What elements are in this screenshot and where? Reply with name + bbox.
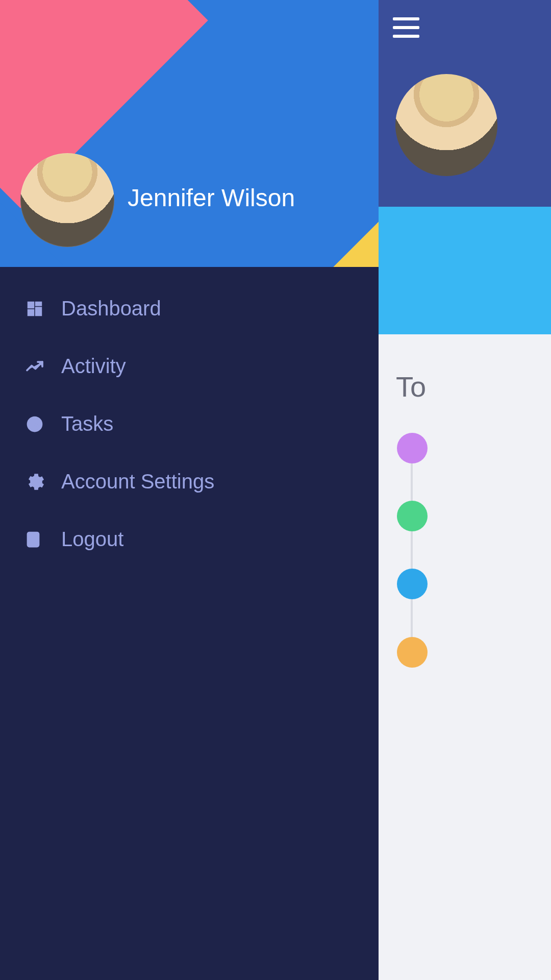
hamburger-bar (393, 17, 419, 20)
timeline-dot[interactable] (397, 569, 428, 599)
hamburger-bar (393, 35, 419, 38)
avatar[interactable] (395, 74, 497, 176)
logout-icon (26, 530, 44, 549)
activity-icon (26, 357, 44, 376)
main-header (378, 0, 551, 207)
timeline-dot[interactable] (397, 433, 428, 463)
menu-item-label: Tasks (61, 412, 113, 435)
menu-item-label: Account Settings (61, 470, 214, 493)
user-name: Jennifer Wilson (128, 184, 295, 212)
menu-item-account-settings[interactable]: Account Settings (0, 453, 379, 510)
timeline-line (411, 448, 413, 668)
menu-item-logout[interactable]: Logout (0, 510, 379, 568)
hamburger-bar (393, 26, 419, 29)
dashboard-icon (26, 300, 44, 318)
menu-item-label: Logout (61, 528, 123, 551)
menu-item-activity[interactable]: Activity (0, 337, 379, 395)
menu-item-tasks[interactable]: Tasks (0, 395, 379, 453)
menu-item-dashboard[interactable]: Dashboard (0, 280, 379, 337)
main-tabs (378, 207, 551, 334)
menu-toggle-button[interactable] (393, 17, 419, 38)
clock-icon (26, 415, 44, 433)
avatar[interactable] (20, 153, 114, 247)
gear-icon (26, 473, 44, 491)
main-screen: To (378, 0, 551, 980)
drawer-menu: Dashboard Activity Tasks Account Setting… (0, 280, 379, 568)
drawer-header: Jennifer Wilson (0, 0, 379, 267)
menu-item-label: Dashboard (61, 297, 161, 320)
menu-item-label: Activity (61, 355, 126, 378)
timeline-dot[interactable] (397, 501, 428, 531)
navigation-drawer: Jennifer Wilson Dashboard Activity Tasks (0, 0, 379, 980)
timeline-dot[interactable] (397, 637, 428, 668)
section-title: To (396, 370, 426, 403)
